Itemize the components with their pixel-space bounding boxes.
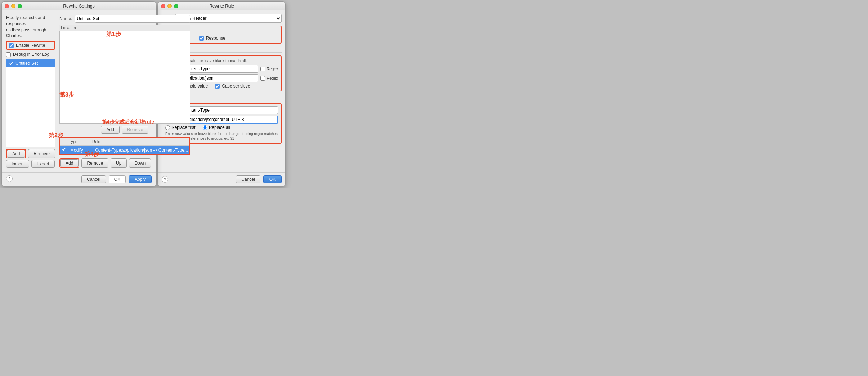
add-set-btn[interactable]: Add — [7, 150, 25, 158]
window-controls — [5, 4, 22, 8]
rewrite-settings-window: Rewrite Settings Modify requests and res… — [1, 1, 156, 187]
replace-value-input[interactable] — [182, 116, 278, 124]
rule-row: Modify Content-Type:application/json -> … — [60, 146, 189, 154]
rule-desc: Content-Type:application/json -> Content… — [95, 148, 188, 153]
right-window-controls — [161, 4, 178, 8]
right-close-btn[interactable] — [161, 4, 165, 8]
response-checkbox[interactable] — [199, 36, 204, 41]
enable-rewrite-checkbox[interactable] — [9, 43, 14, 48]
name-regex-row: Regex — [260, 67, 278, 71]
left-window-title: Rewrite Settings — [63, 4, 94, 9]
apply-btn[interactable]: Apply — [129, 175, 152, 183]
export-set-btn[interactable]: Export — [31, 160, 55, 168]
location-area — [59, 31, 190, 124]
sets-list: Untitled Set — [6, 59, 55, 147]
close-btn[interactable] — [5, 4, 9, 8]
match-value-input[interactable] — [182, 74, 258, 82]
name-regex-label: Regex — [267, 67, 278, 71]
debug-checkbox[interactable] — [6, 52, 11, 57]
description-text: Modify requests and responses as they pa… — [6, 15, 55, 39]
match-name-input[interactable] — [182, 65, 258, 73]
rule-checkbox[interactable] — [62, 147, 66, 152]
name-regex-checkbox[interactable] — [260, 67, 265, 71]
main-container: Rewrite Settings Modify requests and res… — [0, 0, 434, 188]
debug-row: Debug in Error Log — [6, 52, 55, 57]
settings-content: Modify requests and responses as they pa… — [2, 10, 156, 172]
left-titlebar: Rewrite Settings — [2, 2, 156, 10]
up-rule-btn[interactable]: Up — [111, 158, 127, 168]
response-label: Response — [206, 36, 225, 41]
case-sensitive-checkbox[interactable] — [215, 84, 220, 89]
location-label: Location — [59, 25, 190, 31]
enable-rewrite-container: Enable Rewrite — [6, 41, 55, 50]
response-row: Response — [199, 36, 225, 41]
left-bottom-buttons: ? Cancel OK Apply — [2, 172, 156, 186]
enable-rewrite-label: Enable Rewrite — [16, 43, 45, 48]
maximize-btn[interactable] — [18, 4, 22, 8]
rule-type: Modify — [70, 148, 83, 153]
replace-name-input[interactable] — [182, 106, 278, 114]
name-row: Name: — [59, 15, 190, 23]
right-help-icon[interactable]: ? — [162, 176, 168, 183]
col-type-header: Type — [69, 139, 92, 144]
set-checkbox[interactable] — [9, 61, 13, 66]
value-regex-row: Regex — [260, 76, 278, 81]
right-ok-btn[interactable]: OK — [263, 175, 282, 183]
add-set-btn-wrapper: Add — [6, 149, 26, 158]
col-rule-header: Rule — [92, 139, 188, 144]
cancel-btn[interactable]: Cancel — [81, 175, 106, 183]
down-rule-btn[interactable]: Down — [129, 158, 151, 168]
value-regex-checkbox[interactable] — [260, 76, 265, 81]
add-location-btn[interactable]: Add — [101, 126, 119, 134]
type-select[interactable]: Modify Header Add Header Remove Header B… — [175, 14, 282, 23]
remove-set-btn[interactable]: Remove — [28, 149, 55, 158]
name-label: Name: — [59, 16, 72, 21]
set-item-label: Untitled Set — [15, 61, 38, 66]
right-titlebar: Rewrite Rule — [158, 2, 285, 10]
right-bottom-buttons: ? Cancel OK — [158, 172, 285, 186]
case-sensitive-row: Case sensitive — [215, 84, 250, 89]
remove-location-btn[interactable]: Remove — [122, 126, 149, 134]
name-input[interactable] — [75, 15, 190, 23]
replace-all-label: Replace all — [209, 125, 230, 130]
case-sensitive-label: Case sensitive — [222, 84, 250, 89]
right-minimize-btn[interactable] — [167, 4, 172, 8]
minimize-btn[interactable] — [11, 4, 15, 8]
rules-table: Type Rule Modify — [59, 137, 190, 155]
help-icon[interactable]: ? — [6, 175, 13, 182]
add-rule-btn-wrapper: Add — [59, 158, 79, 168]
add-rule-btn[interactable]: Add — [60, 159, 79, 167]
debug-label: Debug in Error Log — [13, 52, 49, 57]
import-set-btn[interactable]: Import — [6, 160, 29, 168]
right-window-title: Rewrite Rule — [209, 4, 234, 9]
rule-buttons: Add Remove Up Down — [59, 158, 190, 168]
remove-rule-btn[interactable]: Remove — [81, 158, 108, 168]
rules-section: Type Rule Modify — [59, 137, 190, 155]
replace-all-item: Replace all — [203, 125, 230, 130]
replace-all-radio[interactable] — [203, 125, 207, 130]
set-item[interactable]: Untitled Set — [6, 59, 55, 67]
right-maximize-btn[interactable] — [174, 4, 178, 8]
right-cancel-btn[interactable]: Cancel — [236, 175, 260, 183]
value-regex-label: Regex — [267, 76, 278, 80]
ok-btn[interactable]: OK — [109, 175, 126, 183]
